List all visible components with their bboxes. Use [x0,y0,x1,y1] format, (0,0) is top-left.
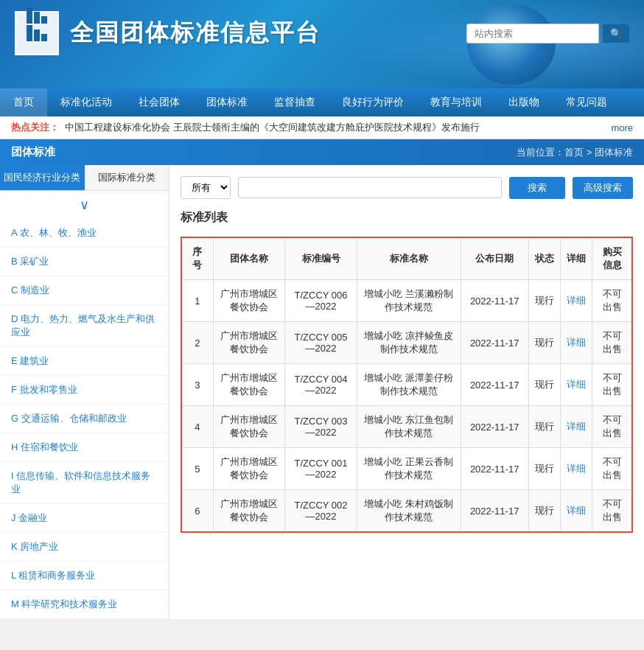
cell-name: 增城小吃 兰溪濑粉制作技术规范 [357,280,461,322]
sidebar-item-transport[interactable]: G 交通运输、仓储和邮政业 [0,405,169,433]
cell-buy: 不可出售 [592,322,632,364]
cell-status: 现行 [528,406,560,448]
cell-detail[interactable]: 详细 [560,280,592,322]
cell-detail[interactable]: 详细 [560,448,592,490]
sidebar-item-accommodation[interactable]: H 住宿和餐饮业 [0,433,169,462]
main-content: 国民经济行业分类 国际标准分类 ∨ A 农、林、牧、渔业 B 采矿业 C 制造业… [0,165,644,619]
cell-org: 广州市增城区餐饮协会 [213,364,284,406]
sidebar-item-science[interactable]: M 科学研究和技术服务业 [0,590,169,619]
nav-supervision[interactable]: 监督抽查 [261,88,329,116]
cell-name: 增城小吃 凉拌鲮鱼皮制作技术规范 [357,322,461,364]
sidebar-item-it[interactable]: I 信息传输、软件和信息技术服务业 [0,462,169,504]
page-header: 团体标准 当前位置：首页 > 团体标准 [0,139,644,165]
standards-table: 序号 团体名称 标准编号 标准名称 公布日期 状态 详细 购买信息 1 广州市增… [181,237,633,533]
section-title: 标准列表 [181,210,633,229]
category-select[interactable]: 所有 [181,176,231,199]
th-detail: 详细 [560,237,592,280]
sidebar-item-mining[interactable]: B 采矿业 [0,248,169,276]
sidebar-item-manufacturing[interactable]: C 制造业 [0,276,169,305]
cell-name: 增城小吃 朱村鸡饭制作技术规范 [357,490,461,533]
cell-name: 增城小吃 东江鱼包制作技术规范 [357,406,461,448]
hot-news-bar: 热点关注： 中国工程建设标准化协会 王辰院士领衔主编的《大空间建筑改建方舱庇护医… [0,116,644,139]
cell-detail[interactable]: 详细 [560,490,592,533]
arrow-down-icon: ∨ [80,197,89,213]
nav-home[interactable]: 首页 [0,88,47,116]
site-logo [15,11,59,55]
search-button[interactable]: 搜索 [509,177,565,199]
cell-code: T/ZCCY 004—2022 [285,364,357,406]
table-row: 3 广州市增城区餐饮协会 T/ZCCY 004—2022 增城小吃 派潭姜仔粉制… [181,364,632,406]
cell-org: 广州市增城区餐饮协会 [213,322,284,364]
sidebar-item-realestate[interactable]: K 房地产业 [0,533,169,562]
cell-no: 2 [181,322,213,364]
tab-national-economy[interactable]: 国民经济行业分类 [0,165,85,190]
sidebar-item-power[interactable]: D 电力、热力、燃气及水生产和供应业 [0,305,169,347]
nav-education[interactable]: 教育与培训 [417,88,495,116]
sidebar: 国民经济行业分类 国际标准分类 ∨ A 农、林、牧、渔业 B 采矿业 C 制造业… [0,165,169,619]
site-header: 全国团体标准信息平台 🔍 [0,0,644,88]
hot-label: 热点关注： [11,121,59,134]
sidebar-tabs: 国民经济行业分类 国际标准分类 [0,165,169,191]
th-no: 序号 [181,237,213,280]
breadcrumb: 当前位置：首页 > 团体标准 [517,146,633,159]
cell-status: 现行 [528,364,560,406]
cell-status: 现行 [528,490,560,533]
cell-buy: 不可出售 [592,490,632,533]
sidebar-item-leasing[interactable]: L 租赁和商务服务业 [0,562,169,590]
cell-date: 2022-11-17 [461,490,528,533]
nav-faq[interactable]: 常见问题 [553,88,620,116]
cell-date: 2022-11-17 [461,280,528,322]
cell-name: 增城小吃 正果云香制作技术规范 [357,448,461,490]
cell-buy: 不可出售 [592,280,632,322]
th-status: 状态 [528,237,560,280]
th-date: 公布日期 [461,237,528,280]
cell-date: 2022-11-17 [461,322,528,364]
table-row: 4 广州市增城区餐饮协会 T/ZCCY 003—2022 增城小吃 东江鱼包制作… [181,406,632,448]
cell-code: T/ZCCY 003—2022 [285,406,357,448]
cell-code: T/ZCCY 001—2022 [285,448,357,490]
advanced-search-button[interactable]: 高级搜索 [573,177,633,199]
th-org: 团体名称 [213,237,284,280]
cell-buy: 不可出售 [592,448,632,490]
cell-code: T/ZCCY 005—2022 [285,322,357,364]
cell-buy: 不可出售 [592,406,632,448]
site-search-input[interactable] [466,24,599,43]
nav-group-standard[interactable]: 团体标准 [193,88,261,116]
table-row: 1 广州市增城区餐饮协会 T/ZCCY 006—2022 增城小吃 兰溪濑粉制作… [181,280,632,322]
header-search: 🔍 [466,24,629,43]
nav-standardization[interactable]: 标准化活动 [47,88,125,116]
sidebar-item-finance[interactable]: J 金融业 [0,504,169,533]
cell-detail[interactable]: 详细 [560,364,592,406]
hot-more-link[interactable]: more [611,122,633,133]
cell-no: 3 [181,364,213,406]
cell-status: 现行 [528,322,560,364]
tab-international-standard[interactable]: 国际标准分类 [85,165,169,190]
nav-social-org[interactable]: 社会团体 [125,88,193,116]
cell-org: 广州市增城区餐饮协会 [213,406,284,448]
table-header-row: 序号 团体名称 标准编号 标准名称 公布日期 状态 详细 购买信息 [181,237,632,280]
logo-area: 全国团体标准信息平台 [15,11,321,55]
cell-no: 4 [181,406,213,448]
table-row: 5 广州市增城区餐饮协会 T/ZCCY 001—2022 增城小吃 正果云香制作… [181,448,632,490]
cell-detail[interactable]: 详细 [560,406,592,448]
search-bar: 所有 搜索 高级搜索 [181,176,633,199]
sidebar-item-construction[interactable]: E 建筑业 [0,347,169,376]
cell-org: 广州市增城区餐饮协会 [213,448,284,490]
right-content: 所有 搜索 高级搜索 标准列表 序号 团体名称 标准编号 标准名称 公布日期 状… [169,165,644,619]
nav-evaluation[interactable]: 良好行为评价 [329,88,417,116]
tab-arrow: ∨ [0,191,169,219]
cell-code: T/ZCCY 006—2022 [285,280,357,322]
page-title: 团体标准 [11,145,55,159]
site-title: 全国团体标准信息平台 [70,17,321,49]
cell-detail[interactable]: 详细 [560,322,592,364]
sidebar-item-wholesale[interactable]: F 批发和零售业 [0,376,169,405]
sidebar-item-agriculture[interactable]: A 农、林、牧、渔业 [0,219,169,248]
main-nav: 首页 标准化活动 社会团体 团体标准 监督抽查 良好行为评价 教育与培训 出版物… [0,88,644,116]
keyword-input[interactable] [238,177,502,198]
nav-publications[interactable]: 出版物 [495,88,553,116]
cell-org: 广州市增城区餐饮协会 [213,280,284,322]
cell-org: 广州市增城区餐饮协会 [213,490,284,533]
site-search-button[interactable]: 🔍 [603,24,629,43]
cell-status: 现行 [528,280,560,322]
table-row: 2 广州市增城区餐饮协会 T/ZCCY 005—2022 增城小吃 凉拌鲮鱼皮制… [181,322,632,364]
